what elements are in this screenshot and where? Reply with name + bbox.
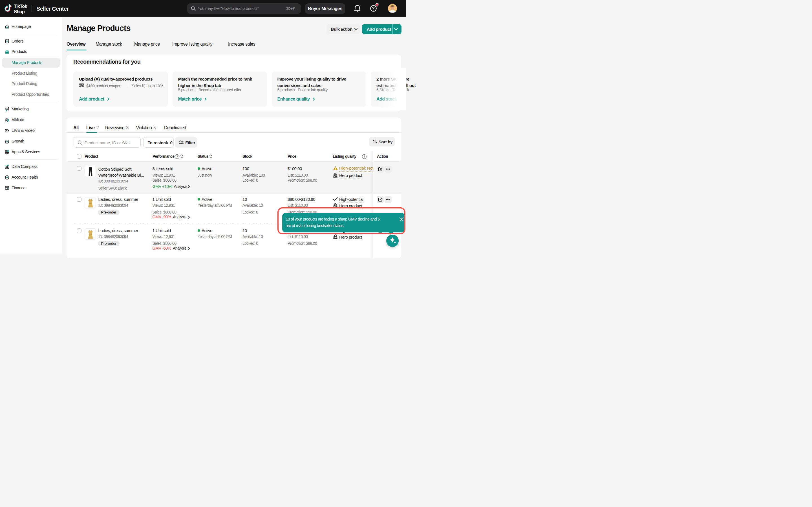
svg-text:?: ? [363,155,365,158]
svg-text:?: ? [176,155,177,158]
